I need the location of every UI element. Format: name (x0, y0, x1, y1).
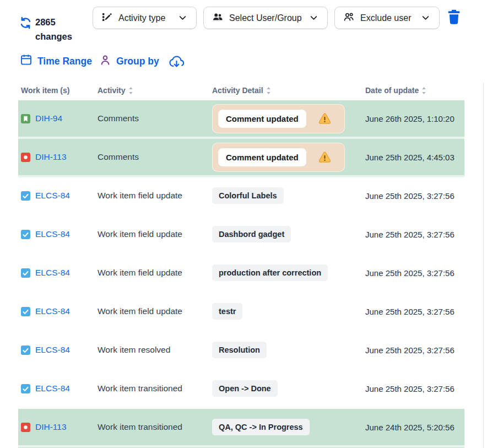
activity-type-icon (101, 12, 112, 25)
chevron-down-icon (420, 13, 431, 23)
table-row[interactable]: ELCS-84 Work item field update productio… (18, 255, 464, 293)
column-header-activity[interactable]: Activity (98, 86, 133, 95)
activity-cell: Comments (98, 114, 212, 123)
activity-detail-cell: Comment updated (212, 104, 365, 133)
activity-detail-cell: Comment updated (212, 143, 365, 172)
activity-cell: Work item field update (98, 306, 212, 316)
work-item-link[interactable]: DIH-113 (35, 422, 67, 432)
person-icon (99, 54, 111, 69)
detail-badge: Comment updated (218, 148, 306, 166)
detail-badge: Open -> Done (212, 380, 278, 397)
work-item-link[interactable]: ELCS-84 (35, 268, 70, 278)
activity-cell: Work item field update (98, 191, 212, 201)
table-row[interactable]: DIH-113 Comments Comment updated June 25… (18, 139, 464, 177)
activity-cell: Work item field update (98, 229, 212, 239)
work-item-link[interactable]: DIH-94 (35, 114, 62, 123)
activity-cell: Comments (98, 152, 212, 162)
bug-icon (21, 423, 30, 432)
detail-badge: production after correction (212, 265, 328, 281)
time-range-label: Time Range (37, 56, 92, 67)
table-row[interactable]: DIH-94 Comments Comment updated June 26t… (18, 100, 464, 139)
date-cell: June 25th 2025, 4:45:03 (365, 153, 464, 162)
select-user-group-label: Select User/Group (229, 13, 302, 23)
work-item-link[interactable]: ELCS-84 (35, 306, 70, 316)
activity-cell: Work item field update (98, 268, 212, 278)
detail-badge: testr (212, 303, 242, 320)
work-item-link[interactable]: ELCS-84 (35, 384, 70, 393)
select-user-group-dropdown[interactable]: Select User/Group (203, 7, 328, 29)
task-icon (21, 191, 30, 201)
task-icon (21, 307, 30, 316)
table-row[interactable]: ELCS-84 Work item field update Dashbord … (18, 216, 464, 255)
activity-detail-cell: testr (212, 303, 365, 320)
cloud-download-icon[interactable] (169, 54, 185, 69)
activity-type-dropdown[interactable]: Activity type (93, 7, 197, 29)
column-header-activity-detail[interactable]: Activity Detail (212, 86, 271, 95)
table-row[interactable]: ELCS-84 Work item field update testr Jun… (18, 293, 464, 332)
group-by-label: Group by (116, 56, 159, 67)
group-by-button[interactable]: Group by (99, 54, 159, 69)
activity-detail-cell: Dashbord gadget (212, 226, 365, 242)
date-cell: June 25th 2025, 3:27:56 (365, 384, 464, 393)
detail-badge: Comment updated (218, 110, 306, 128)
table-header: Work item (s) Activity Activity Detail D… (0, 86, 487, 99)
table-row[interactable]: ELCS-84 Work item transitioned Open -> D… (18, 370, 464, 409)
date-cell: June 25th 2025, 3:27:56 (365, 307, 464, 316)
activity-detail-cell: production after correction (212, 265, 365, 281)
table-row[interactable]: DIH-113 Work item transitioned QA, QC ->… (18, 409, 464, 447)
activity-detail-cell: Colorful Labels (212, 187, 365, 204)
task-icon (21, 384, 30, 393)
time-range-button[interactable]: Time Range (20, 53, 92, 69)
trash-icon[interactable] (447, 9, 461, 27)
chevron-down-icon (177, 13, 188, 23)
activity-detail-cell: QA, QC -> In Progress (212, 419, 365, 435)
exclude-user-label: Exclude user (360, 13, 412, 23)
table-row[interactable]: ELCS-84 Work item field update Colorful … (18, 177, 464, 216)
calendar-icon (20, 53, 33, 69)
activity-cell: Work item transitioned (98, 384, 212, 393)
date-cell: June 26th 2025, 1:10:20 (365, 114, 464, 123)
warning-detail-container: Comment updated (212, 104, 345, 133)
activity-detail-cell: Open -> Done (212, 380, 365, 397)
warning-detail-container: Comment updated (212, 143, 345, 172)
column-header-work-item: Work item (s) (21, 86, 69, 95)
detail-badge: Resolution (212, 342, 267, 358)
sort-icon (128, 87, 133, 95)
bug-icon (21, 153, 30, 162)
column-header-date-of-update[interactable]: Date of update (365, 86, 426, 95)
activity-cell: Work item resolved (98, 345, 212, 355)
task-icon (21, 230, 30, 239)
chevron-down-icon (309, 13, 319, 23)
work-item-link[interactable]: ELCS-84 (35, 191, 70, 201)
work-item-link[interactable]: ELCS-84 (35, 345, 70, 355)
table-row[interactable]: ELCS-84 Work item resolved Resolution Ju… (18, 332, 464, 370)
date-cell: June 25th 2025, 3:27:56 (365, 230, 464, 239)
warning-icon (318, 113, 331, 125)
detail-badge: Colorful Labels (212, 187, 284, 204)
sort-icon (421, 87, 426, 95)
date-cell: June 25th 2025, 3:27:56 (365, 346, 464, 355)
detail-badge: Dashbord gadget (212, 226, 291, 242)
activity-detail-cell: Resolution (212, 342, 365, 358)
activity-cell: Work item transitioned (98, 422, 212, 432)
refresh-icon[interactable] (19, 16, 33, 32)
sort-icon (266, 87, 271, 95)
detail-badge: QA, QC -> In Progress (212, 419, 310, 435)
changes-count: 2865 changes (35, 15, 82, 44)
date-cell: June 25th 2025, 3:27:56 (365, 191, 464, 201)
users-icon (212, 12, 223, 25)
warning-icon (318, 152, 331, 163)
task-icon (21, 268, 30, 278)
exclude-user-dropdown[interactable]: Exclude user (334, 7, 440, 29)
date-cell: June 24th 2025, 5:20:56 (365, 423, 464, 432)
story-icon (21, 114, 30, 123)
activity-type-label: Activity type (118, 13, 165, 23)
date-cell: June 25th 2025, 3:27:56 (365, 268, 464, 278)
table-right-border (483, 83, 484, 448)
activity-table: DIH-94 Comments Comment updated June 26t… (18, 100, 464, 448)
work-item-link[interactable]: ELCS-84 (35, 229, 70, 239)
exclude-user-icon (343, 12, 354, 25)
task-icon (21, 346, 30, 355)
work-item-link[interactable]: DIH-113 (35, 152, 67, 162)
